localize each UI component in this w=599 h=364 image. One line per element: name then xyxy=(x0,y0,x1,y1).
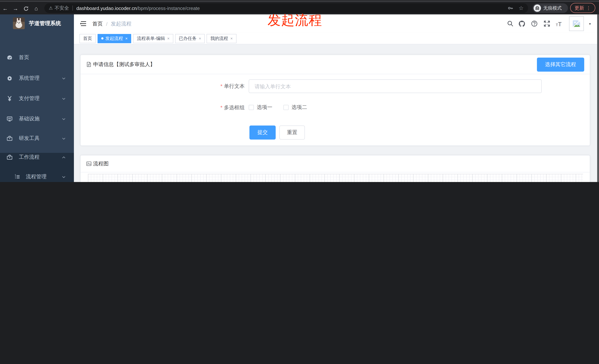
browser-reload-button[interactable] xyxy=(21,5,31,11)
breadcrumb-home-link[interactable]: 首页 xyxy=(92,21,103,27)
gear-icon xyxy=(7,75,13,81)
image-icon xyxy=(86,161,92,167)
avatar[interactable] xyxy=(569,16,584,31)
incognito-label: 无痕模式 xyxy=(543,5,562,11)
close-icon[interactable]: × xyxy=(199,36,201,41)
breadcrumb-separator: / xyxy=(106,21,107,27)
breadcrumb-current: 发起流程 xyxy=(111,21,132,27)
chevron-up-icon xyxy=(62,155,66,159)
annotation-text: 发起流程 xyxy=(268,14,322,27)
sidebar-item-workflow[interactable]: 工作流程 xyxy=(0,149,74,165)
url-host: dashboard.yudao.iocoder.cn xyxy=(77,5,137,11)
sidebar-item-payment[interactable]: 支付管理 xyxy=(0,90,74,107)
address-bar-divider xyxy=(72,6,73,11)
update-label: 更新 xyxy=(575,5,584,11)
font-size-small-t: T xyxy=(556,23,558,27)
document-icon xyxy=(86,62,92,67)
sidebar-item-label: 研发工具 xyxy=(19,135,40,142)
submit-button[interactable]: 提交 xyxy=(249,126,276,140)
chevron-down-icon xyxy=(62,117,66,121)
browser-home-button[interactable]: ⌂ xyxy=(31,5,41,11)
checkbox-option-2[interactable] xyxy=(283,105,289,110)
field-label-text: 单行文本 xyxy=(224,83,245,89)
chevron-down-icon xyxy=(62,97,66,101)
main-content: 申请信息【测试多审批人】 选择其它流程 *单行文本 *多选框组 选项一 选项二 … xyxy=(74,44,599,182)
chevron-down-icon xyxy=(62,136,66,140)
tab-done-tasks[interactable]: 已办任务 × xyxy=(175,34,205,43)
app-title: 芋道管理系统 xyxy=(29,20,61,27)
breadcrumb: 首页 / 发起流程 xyxy=(92,21,132,27)
avatar-caret-icon[interactable]: ▾ xyxy=(589,22,591,26)
tab-start-process[interactable]: 发起流程 × xyxy=(97,34,131,43)
tab-label: 首页 xyxy=(83,35,92,42)
select-other-process-button[interactable]: 选择其它流程 xyxy=(537,58,584,72)
reset-button[interactable]: 重置 xyxy=(279,126,305,140)
browser-back-button[interactable]: ← xyxy=(0,5,10,11)
tab-my-process[interactable]: 我的流程 × xyxy=(207,34,237,43)
sidebar-item-label: 流程管理 xyxy=(26,174,47,180)
reload-icon xyxy=(23,6,29,11)
tab-label: 已办任务 xyxy=(179,35,197,42)
font-size-big-t: T xyxy=(558,21,562,27)
hamburger-icon[interactable] xyxy=(80,20,87,27)
apply-info-title: 申请信息【测试多审批人】 xyxy=(93,61,155,68)
single-line-text-input[interactable] xyxy=(249,79,542,93)
sidebar-item-label: 首页 xyxy=(19,54,29,61)
tab-label: 我的流程 xyxy=(211,35,228,42)
browser-forward-button[interactable]: → xyxy=(10,5,21,11)
incognito-icon xyxy=(534,4,541,12)
fullscreen-icon[interactable] xyxy=(543,20,551,28)
close-icon[interactable]: × xyxy=(167,36,170,41)
checkbox-option-1-label[interactable]: 选项一 xyxy=(257,104,272,111)
checkbox-group-label: *多选框组 xyxy=(80,104,245,111)
help-icon[interactable] xyxy=(531,20,538,28)
sidebar-item-infrastructure[interactable]: 基础设施 xyxy=(0,111,74,127)
sidebar-item-process-management[interactable]: 流程管理 xyxy=(0,169,74,182)
font-size-icon[interactable]: TT xyxy=(555,21,563,28)
broken-image-icon xyxy=(572,19,581,28)
sidebar-item-home[interactable]: 首页 xyxy=(0,50,74,66)
dashboard-icon xyxy=(7,55,13,60)
bpmn-canvas: 1.1 1.2 xyxy=(88,174,583,182)
key-icon[interactable] xyxy=(508,5,513,11)
screenshot-root: ← → ⌂ ⚠ 不安全 dashboard.yudao.iocoder.cn /… xyxy=(0,0,599,182)
single-line-label: *单行文本 xyxy=(80,79,245,93)
sidebar-item-label: 工作流程 xyxy=(19,154,40,161)
incognito-badge: 无痕模式 xyxy=(532,3,568,13)
sidebar-item-system[interactable]: 系统管理 xyxy=(0,70,74,86)
tab-process-form-edit[interactable]: 流程表单-编辑 × xyxy=(133,34,173,43)
process-diagram-title: 流程图 xyxy=(93,161,109,167)
toolbox-icon xyxy=(7,154,13,160)
tab-home[interactable]: 首页 xyxy=(79,34,96,43)
top-navbar: 首页 / 发起流程 TT ▾ xyxy=(74,14,599,33)
checkbox-option-1[interactable] xyxy=(249,105,254,110)
required-mark: * xyxy=(220,104,222,110)
url-path: /bpm/process-instance/create xyxy=(137,5,200,11)
sidebar-item-dev-tools[interactable]: 研发工具 xyxy=(0,130,74,147)
bookmark-star-icon[interactable]: ☆ xyxy=(519,5,524,11)
apply-info-card: 申请信息【测试多审批人】 选择其它流程 *单行文本 *多选框组 选项一 选项二 … xyxy=(80,55,590,146)
sidebar-item-label: 支付管理 xyxy=(19,95,40,102)
checkbox-option-2-label[interactable]: 选项二 xyxy=(291,104,307,111)
close-icon[interactable]: × xyxy=(230,36,233,41)
search-icon[interactable] xyxy=(507,20,514,28)
process-diagram-card-header: 流程图 xyxy=(80,155,590,172)
browser-chrome: ← → ⌂ ⚠ 不安全 dashboard.yudao.iocoder.cn /… xyxy=(0,0,599,14)
sidebar-item-label: 基础设施 xyxy=(19,116,40,122)
address-bar[interactable]: ⚠ 不安全 dashboard.yudao.iocoder.cn /bpm/pr… xyxy=(44,3,528,13)
tab-label: 发起流程 xyxy=(105,35,123,42)
required-mark: * xyxy=(220,83,222,89)
app-logo xyxy=(13,17,25,29)
github-icon[interactable] xyxy=(518,20,526,28)
page-scrollbar[interactable] xyxy=(597,14,599,182)
bpmn-diagram: 1.1 1.2 xyxy=(88,174,583,182)
tab-bar: 首页 发起流程 × 流程表单-编辑 × 已办任务 × 我的流程 × xyxy=(74,33,599,44)
browser-update-button[interactable]: 更新 ⋮ xyxy=(570,3,595,13)
checkbox-group: 选项一 选项二 xyxy=(249,104,318,111)
chevron-down-icon xyxy=(62,175,66,179)
toolbox-icon xyxy=(7,135,13,141)
sidebar: 芋道管理系统 首页 系统管理 支付管理 基础设施 研发工具 工作流 xyxy=(0,14,74,182)
browser-menu-icon[interactable]: ⋮ xyxy=(586,5,591,11)
close-icon[interactable]: × xyxy=(125,36,128,41)
monitor-icon xyxy=(7,116,13,122)
